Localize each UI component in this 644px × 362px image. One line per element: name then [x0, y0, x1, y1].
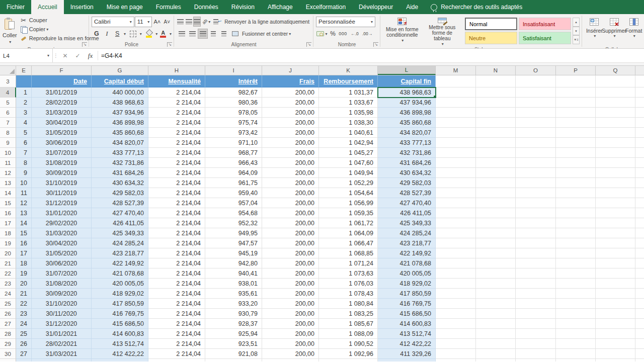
cell-G27[interactable]: 415 686,50 — [92, 319, 148, 329]
cell-P3[interactable] — [556, 75, 596, 87]
cell-G23[interactable]: 420 005,05 — [92, 279, 148, 289]
cell-M9[interactable] — [436, 138, 476, 148]
cell-K8[interactable]: 1 040,61 — [319, 128, 378, 138]
cell-O12[interactable] — [516, 168, 556, 178]
cell-F11[interactable]: 31/08/2019 — [32, 158, 92, 168]
cell-I24[interactable]: 935,61 — [205, 289, 262, 299]
row-header-8[interactable]: 8 — [0, 128, 16, 138]
cell-J4[interactable]: 200,00 — [262, 87, 319, 98]
cell-N21[interactable] — [476, 258, 516, 268]
cell-Q24[interactable] — [596, 289, 635, 299]
cell-O31[interactable] — [516, 359, 556, 361]
wrap-text-button[interactable]: ↩ Renvoyer à la ligne automatiquement — [212, 17, 311, 26]
cell-O19[interactable] — [516, 238, 556, 248]
cell-K28[interactable]: 1 088,09 — [319, 329, 378, 339]
cell-partial-13[interactable] — [635, 178, 644, 188]
cell-P23[interactable] — [556, 279, 596, 289]
cell-K7[interactable]: 1 038,30 — [319, 118, 378, 128]
cell-partial-10[interactable] — [635, 148, 644, 158]
alignment-dialog-launcher[interactable]: ↘ — [306, 42, 311, 47]
styles-gallery-more-button[interactable]: ▼≡ — [573, 35, 580, 44]
clipboard-dialog-launcher[interactable]: ↘ — [82, 42, 87, 47]
cell-H10[interactable]: 2 214,04 — [148, 148, 205, 158]
column-header-partial[interactable] — [635, 66, 644, 75]
format-as-table-button[interactable]: Mettre sous forme de tableau ▾ — [422, 16, 463, 47]
cell-O28[interactable] — [516, 329, 556, 339]
cell-H23[interactable]: 2 214,04 — [148, 279, 205, 289]
cell-N18[interactable] — [476, 228, 516, 238]
cell-G30[interactable]: 412 422,22 — [92, 349, 148, 359]
tab-revision[interactable]: Révision — [225, 0, 261, 14]
cell-partial-14[interactable] — [635, 188, 644, 198]
row-header-10[interactable]: 10 — [0, 148, 16, 158]
cell-L6[interactable]: 436 898,98 — [378, 108, 436, 118]
cell-M21[interactable] — [436, 258, 476, 268]
cell-J10[interactable]: 200,00 — [262, 148, 319, 158]
cell-N13[interactable] — [476, 178, 516, 188]
cell-K27[interactable]: 1 085,67 — [319, 319, 378, 329]
cell-H15[interactable]: 2 214,04 — [148, 198, 205, 208]
cell-J17[interactable]: 200,00 — [262, 218, 319, 228]
cell-K21[interactable]: 1 071,24 — [319, 258, 378, 268]
cell-G15[interactable]: 428 527,39 — [92, 198, 148, 208]
cell-G3[interactable]: Capital début — [92, 75, 148, 87]
cell-O20[interactable] — [516, 248, 556, 258]
cell-H13[interactable]: 2 214,04 — [148, 178, 205, 188]
cell-F23[interactable]: 31/08/2020 — [32, 279, 92, 289]
delete-cells-button[interactable]: ✕ Supprimer ▾ — [604, 16, 624, 47]
cell-M13[interactable] — [436, 178, 476, 188]
cell-N29[interactable] — [476, 339, 516, 349]
format-cells-button[interactable]: Format ▾ — [624, 16, 644, 47]
cell-Q11[interactable] — [596, 158, 635, 168]
cell-M7[interactable] — [436, 118, 476, 128]
cell-Q29[interactable] — [596, 339, 635, 349]
font-color-button[interactable]: A — [158, 29, 168, 39]
row-header-19[interactable]: 19 — [0, 238, 16, 248]
cell-partial-15[interactable] — [635, 198, 644, 208]
cell-H7[interactable]: 2 214,04 — [148, 118, 205, 128]
row-header-17[interactable]: 17 — [0, 218, 16, 228]
cell-M31[interactable] — [436, 359, 476, 361]
cell-O5[interactable] — [516, 98, 556, 108]
align-top-button[interactable] — [177, 17, 184, 27]
cell-F19[interactable]: 30/04/2020 — [32, 238, 92, 248]
cell-P22[interactable] — [556, 268, 596, 279]
cell-F9[interactable]: 30/06/2019 — [32, 138, 92, 148]
cell-P12[interactable] — [556, 168, 596, 178]
cell-L29[interactable]: 412 422,22 — [378, 339, 436, 349]
cell-E25[interactable]: 22 — [16, 299, 32, 309]
cell-K30[interactable]: 1 092,96 — [319, 349, 378, 359]
percent-style-button[interactable]: % — [329, 29, 337, 39]
cell-style-satisfaisant[interactable]: Satisfaisant — [519, 32, 571, 44]
cell-partial-28[interactable] — [635, 329, 644, 339]
cell-F21[interactable]: 30/06/2020 — [32, 258, 92, 268]
cell-G11[interactable]: 432 731,86 — [92, 158, 148, 168]
tab-fichier[interactable]: Fichier — [0, 0, 31, 14]
cell-P7[interactable] — [556, 118, 596, 128]
cell-I28[interactable]: 925,94 — [205, 329, 262, 339]
cell-L17[interactable]: 425 349,33 — [378, 218, 436, 228]
cell-J21[interactable]: 200,00 — [262, 258, 319, 268]
cell-J31[interactable]: 200,00 — [262, 359, 319, 361]
cell-N7[interactable] — [476, 118, 516, 128]
cell-G10[interactable]: 433 777,13 — [92, 148, 148, 158]
cell-M26[interactable] — [436, 309, 476, 319]
cell-J27[interactable]: 200,00 — [262, 319, 319, 329]
cell-N12[interactable] — [476, 168, 516, 178]
cell-G5[interactable]: 438 968,63 — [92, 98, 148, 108]
cell-P6[interactable] — [556, 108, 596, 118]
cell-I14[interactable]: 959,40 — [205, 188, 262, 198]
cell-J30[interactable]: 200,00 — [262, 349, 319, 359]
cell-J25[interactable]: 200,00 — [262, 299, 319, 309]
cell-H12[interactable]: 2 214,04 — [148, 168, 205, 178]
cell-I8[interactable]: 973,42 — [205, 128, 262, 138]
cell-Q5[interactable] — [596, 98, 635, 108]
column-header-l[interactable]: L — [378, 66, 436, 75]
column-header-g[interactable]: G — [92, 66, 148, 75]
cell-partial-27[interactable] — [635, 319, 644, 329]
cell-E27[interactable]: 24 — [16, 319, 32, 329]
column-header-e[interactable]: E — [16, 66, 32, 75]
cell-H28[interactable]: 2 214,04 — [148, 329, 205, 339]
cell-E24[interactable]: 21 — [16, 289, 32, 299]
cell-partial-3[interactable] — [635, 75, 644, 87]
